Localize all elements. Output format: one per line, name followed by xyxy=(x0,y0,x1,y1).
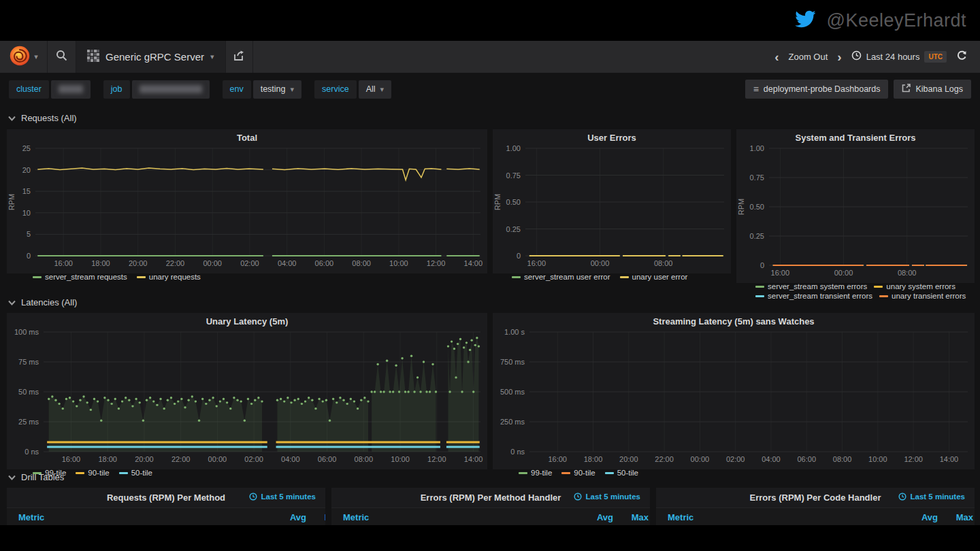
svg-text:250 ms: 250 ms xyxy=(500,418,525,426)
twitter-bird-icon xyxy=(792,8,818,33)
dashboard-grid-icon xyxy=(87,50,99,65)
search-button[interactable] xyxy=(48,41,76,73)
table-title[interactable]: Requests (RPM) Per Method xyxy=(107,492,225,503)
legend-item[interactable]: 99-tile xyxy=(519,469,552,477)
table-time-badge[interactable]: Last 5 minutes xyxy=(898,492,965,501)
legend-item[interactable]: server_stream transient errors xyxy=(755,292,872,300)
dashboard-title-dropdown[interactable]: Generic gRPC Server ▾ xyxy=(76,41,226,73)
streaming-latency-legend: 99-tile90-tile50-tile xyxy=(493,469,975,480)
legend-item[interactable]: unary requests xyxy=(137,273,201,281)
dashboard-links: ≡ deployment-probe Dashboards Kibana Log… xyxy=(745,80,971,99)
service-variable-label[interactable]: service xyxy=(314,80,357,99)
legend-item[interactable]: unary transient errors xyxy=(879,292,966,300)
legend-item[interactable]: unary user error xyxy=(620,273,688,281)
kibana-logs-button[interactable]: Kibana Logs xyxy=(894,80,971,99)
grafana-logo-menu[interactable]: ▾ xyxy=(0,41,48,73)
legend-item[interactable]: 50-tile xyxy=(605,469,638,477)
svg-text:0: 0 xyxy=(517,252,521,260)
legend-item[interactable]: unary system errors xyxy=(874,282,956,290)
svg-text:RPM: RPM xyxy=(493,194,502,210)
redacted-value xyxy=(140,85,202,93)
column-metric[interactable]: Metric xyxy=(18,512,264,522)
svg-text:RPM: RPM xyxy=(737,199,745,215)
panel-title[interactable]: User Errors xyxy=(493,129,731,144)
system-errors-legend: server_stream system errorsunary system … xyxy=(736,282,975,303)
time-shift-back-button[interactable]: ‹ xyxy=(774,50,779,63)
table-time-badge[interactable]: Last 5 minutes xyxy=(249,492,316,501)
column-metric[interactable]: Metric xyxy=(668,512,896,522)
svg-text:16:00: 16:00 xyxy=(548,455,567,463)
job-variable-label[interactable]: job xyxy=(103,80,130,99)
deployment-probe-dashboards-button[interactable]: ≡ deployment-probe Dashboards xyxy=(745,80,889,99)
svg-text:16:00: 16:00 xyxy=(62,455,81,463)
system-errors-chart[interactable]: 16:0000:0008:0000.250.500.751.00RPM xyxy=(736,144,975,282)
panel-title[interactable]: System and Transient Errors xyxy=(736,129,975,144)
legend-item[interactable]: server_stream requests xyxy=(33,273,127,281)
table-time-badge[interactable]: Last 5 minutes xyxy=(574,492,640,501)
streaming-latency-chart[interactable]: 16:0018:0020:0022:0000:0002:0004:0006:00… xyxy=(493,328,975,469)
svg-text:00:00: 00:00 xyxy=(591,259,610,267)
svg-text:14:00: 14:00 xyxy=(940,455,959,463)
column-avg[interactable]: Avg xyxy=(264,512,306,522)
env-variable-value[interactable]: testing▾ xyxy=(253,80,301,99)
panel-title[interactable]: Total xyxy=(7,129,487,144)
row-header-drill-tables[interactable]: Drill Tables xyxy=(8,472,64,482)
svg-text:00:00: 00:00 xyxy=(834,269,853,277)
svg-text:0.50: 0.50 xyxy=(750,203,764,211)
time-shift-forward-button[interactable]: › xyxy=(837,50,841,63)
time-range-picker[interactable]: Last 24 hours UTC xyxy=(851,50,947,63)
job-variable-value[interactable] xyxy=(132,80,210,99)
legend-swatch xyxy=(874,286,883,288)
legend-swatch xyxy=(519,472,527,474)
grafana-logo-icon xyxy=(9,45,31,69)
legend-item[interactable]: 50-tile xyxy=(119,469,152,477)
table-title[interactable]: Errors (RPM) Per Method Handler xyxy=(421,492,561,503)
svg-text:25: 25 xyxy=(22,144,31,152)
legend-item[interactable]: server_stream user error xyxy=(512,273,610,281)
legend-item[interactable]: 90-tile xyxy=(561,469,595,477)
dashboard-title: Generic gRPC Server xyxy=(105,51,204,63)
panel-title[interactable]: Unary Latency (5m) xyxy=(7,313,487,328)
panel-title[interactable]: Streaming Latency (5m) sans Watches xyxy=(493,313,975,328)
refresh-button[interactable] xyxy=(956,50,968,64)
svg-text:5: 5 xyxy=(27,230,31,238)
legend-swatch xyxy=(755,295,764,297)
unary-latency-chart[interactable]: 16:0018:0020:0022:0000:0002:0004:0006:00… xyxy=(7,328,487,469)
column-avg[interactable]: Avg xyxy=(571,512,613,522)
table-title[interactable]: Errors (RPM) Per Code Handler xyxy=(750,492,881,503)
column-metric[interactable]: Metric xyxy=(343,512,571,522)
svg-text:00:00: 00:00 xyxy=(203,259,222,267)
legend-swatch xyxy=(561,472,570,474)
legend-item[interactable]: 90-tile xyxy=(76,469,109,477)
chevron-down-icon: ▾ xyxy=(210,52,214,61)
svg-text:22:00: 22:00 xyxy=(655,455,674,463)
legend-swatch xyxy=(119,472,128,474)
env-variable-label[interactable]: env xyxy=(223,80,251,99)
redacted-value xyxy=(59,85,83,93)
column-max[interactable]: Max xyxy=(938,512,973,522)
user-errors-chart[interactable]: 16:0000:0008:0000.250.500.751.00RPM xyxy=(493,144,731,273)
external-link-icon xyxy=(902,84,911,95)
svg-text:15: 15 xyxy=(22,187,31,195)
svg-text:14:00: 14:00 xyxy=(464,455,483,463)
svg-text:0: 0 xyxy=(27,252,31,260)
service-variable-value[interactable]: All▾ xyxy=(359,80,391,99)
zoom-out-button[interactable]: Zoom Out xyxy=(789,52,828,62)
cluster-variable-label[interactable]: cluster xyxy=(9,80,49,99)
row-header-latencies[interactable]: Latencies (All) xyxy=(8,297,77,307)
column-max[interactable]: Max xyxy=(306,512,325,522)
time-range-label: Last 24 hours xyxy=(866,52,920,62)
column-avg[interactable]: Avg xyxy=(896,512,938,522)
row-header-requests[interactable]: Requests (All) xyxy=(8,113,77,123)
chevron-down-icon: ▾ xyxy=(291,85,295,94)
legend-swatch xyxy=(137,276,146,278)
svg-text:500 ms: 500 ms xyxy=(500,388,525,396)
variable-cluster: cluster xyxy=(9,80,91,99)
share-dashboard-button[interactable] xyxy=(226,41,253,73)
column-max[interactable]: Max xyxy=(613,512,649,522)
cluster-variable-value[interactable] xyxy=(51,80,91,99)
total-chart[interactable]: 16:0018:0020:0022:0000:0002:0004:0006:00… xyxy=(7,144,487,273)
legend-item[interactable]: server_stream system errors xyxy=(755,282,867,290)
table-titlebar: Errors (RPM) Per Method Handler Last 5 m… xyxy=(331,488,650,507)
legend-swatch xyxy=(605,472,614,474)
